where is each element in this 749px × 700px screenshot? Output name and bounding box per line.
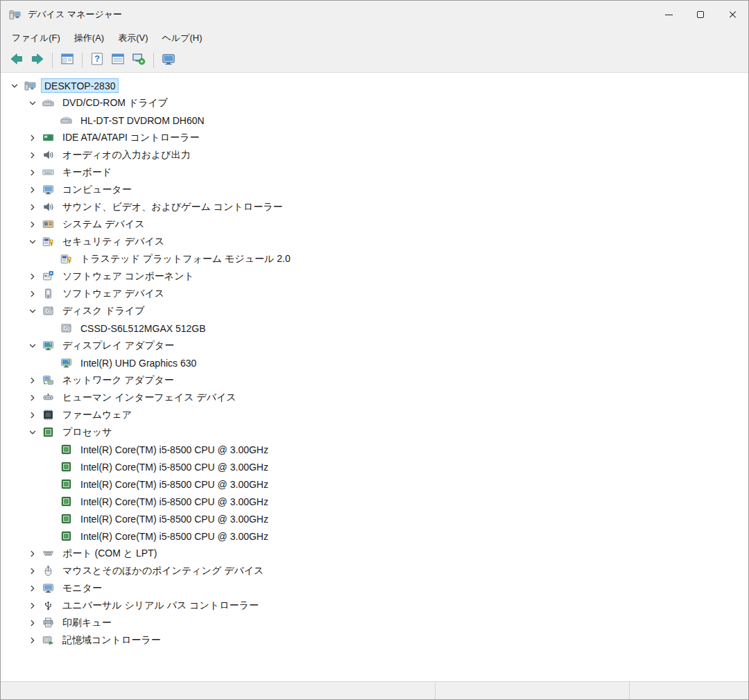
chevron-right-icon[interactable] bbox=[24, 285, 41, 302]
tree-item[interactable]: ディスク ドライブ bbox=[1, 302, 748, 320]
tree-item-label: オーディオの入力および出力 bbox=[59, 147, 194, 163]
display-adapter-icon bbox=[41, 340, 55, 352]
processor-icon bbox=[59, 530, 73, 543]
chevron-right-icon[interactable] bbox=[24, 545, 41, 562]
menu-file[interactable]: ファイル(F) bbox=[5, 29, 67, 47]
help-icon: ? bbox=[90, 52, 104, 69]
menu-view[interactable]: 表示(V) bbox=[111, 29, 155, 47]
chevron-down-icon[interactable] bbox=[24, 302, 41, 320]
storage-controller-icon bbox=[41, 634, 55, 647]
tree-item[interactable]: モニター bbox=[1, 579, 748, 597]
computer-icon bbox=[23, 80, 37, 92]
tree-item[interactable]: IDE ATA/ATAPI コントローラー bbox=[1, 129, 748, 146]
expander-spacer bbox=[42, 527, 59, 545]
tree-item[interactable]: Intel(R) Core(TM) i5-8500 CPU @ 3.00GHz bbox=[1, 458, 748, 475]
chevron-down-icon[interactable] bbox=[24, 94, 41, 112]
chevron-right-icon[interactable] bbox=[24, 614, 41, 631]
tree-item-label: ディスプレイ アダプター bbox=[59, 338, 178, 353]
tree-item-label: IDE ATA/ATAPI コントローラー bbox=[59, 130, 203, 146]
processor-icon bbox=[59, 444, 73, 456]
chevron-right-icon[interactable] bbox=[24, 562, 41, 579]
tree-item[interactable]: 記憶域コントローラー bbox=[1, 631, 748, 649]
tree-item[interactable]: DVD/CD-ROM ドライブ bbox=[1, 94, 748, 112]
minimize-button[interactable] bbox=[653, 1, 685, 28]
chevron-right-icon[interactable] bbox=[24, 198, 41, 216]
chevron-down-icon[interactable] bbox=[24, 233, 41, 250]
chevron-right-icon[interactable] bbox=[24, 164, 41, 181]
cd-drive-icon bbox=[59, 114, 73, 127]
toolbar-separator bbox=[82, 53, 83, 68]
chevron-right-icon[interactable] bbox=[24, 597, 41, 614]
tree-item[interactable]: ソフトウェア コンポーネント bbox=[1, 268, 748, 285]
remote-desktop-button[interactable] bbox=[158, 51, 179, 70]
system-device-icon bbox=[41, 218, 55, 231]
chevron-right-icon[interactable] bbox=[24, 371, 41, 389]
tree-item[interactable]: オーディオの入力および出力 bbox=[1, 146, 748, 164]
chevron-right-icon[interactable] bbox=[24, 129, 41, 146]
hid-icon bbox=[41, 392, 55, 404]
tree-item[interactable]: ネットワーク アダプター bbox=[1, 371, 748, 389]
tree-item[interactable]: トラステッド プラットフォーム モジュール 2.0 bbox=[1, 250, 748, 268]
close-button[interactable] bbox=[716, 1, 748, 28]
expander-spacer bbox=[42, 112, 59, 129]
menu-bar: ファイル(F)操作(A)表示(V)ヘルプ(H) bbox=[1, 28, 748, 48]
tree-item[interactable]: Intel(R) Core(TM) i5-8500 CPU @ 3.00GHz bbox=[1, 527, 748, 545]
scan-hardware-button[interactable] bbox=[128, 51, 149, 70]
tree-item[interactable]: Intel(R) UHD Graphics 630 bbox=[1, 354, 748, 371]
tree-item[interactable]: ヒューマン インターフェイス デバイス bbox=[1, 389, 748, 406]
tree-item[interactable]: ポート (COM と LPT) bbox=[1, 545, 748, 562]
tree-item[interactable]: プロセッサ bbox=[1, 423, 748, 441]
tree-item[interactable]: HL-DT-ST DVDROM DH60N bbox=[1, 112, 748, 129]
status-cell bbox=[1, 682, 436, 699]
tree-item[interactable]: ユニバーサル シリアル バス コントローラー bbox=[1, 597, 748, 614]
help-button[interactable]: ? bbox=[87, 51, 107, 70]
tree-item[interactable]: キーボード bbox=[1, 164, 748, 181]
tree-item[interactable]: Intel(R) Core(TM) i5-8500 CPU @ 3.00GHz bbox=[1, 475, 748, 493]
chevron-down-icon[interactable] bbox=[24, 423, 41, 441]
chevron-right-icon[interactable] bbox=[24, 406, 41, 423]
tree-item[interactable]: Intel(R) Core(TM) i5-8500 CPU @ 3.00GHz bbox=[1, 493, 748, 510]
tree-item[interactable]: セキュリティ デバイス bbox=[1, 233, 748, 250]
print-queue-icon bbox=[41, 617, 55, 629]
tree-item[interactable]: システム デバイス bbox=[1, 216, 748, 233]
tree-item[interactable]: ファームウェア bbox=[1, 406, 748, 423]
tree-item[interactable]: コンピューター bbox=[1, 181, 748, 198]
chevron-right-icon[interactable] bbox=[24, 146, 41, 164]
tree-item[interactable]: Intel(R) Core(TM) i5-8500 CPU @ 3.00GHz bbox=[1, 441, 748, 458]
sound-icon bbox=[41, 201, 55, 213]
processor-icon bbox=[59, 478, 73, 491]
tree-item[interactable]: ソフトウェア デバイス bbox=[1, 285, 748, 302]
maximize-button[interactable] bbox=[685, 1, 716, 28]
menu-help[interactable]: ヘルプ(H) bbox=[155, 29, 209, 47]
back-button[interactable] bbox=[6, 51, 27, 70]
tree-item-label: ヒューマン インターフェイス デバイス bbox=[59, 390, 240, 405]
expander-spacer bbox=[42, 510, 59, 527]
tree-item[interactable]: ディスプレイ アダプター bbox=[1, 337, 748, 354]
computer-monitor-icon bbox=[41, 184, 55, 196]
network-adapter-icon bbox=[41, 374, 55, 387]
tree-item[interactable]: 印刷キュー bbox=[1, 614, 748, 631]
tree-item[interactable]: DESKTOP-2830 bbox=[1, 77, 748, 94]
forward-button[interactable] bbox=[27, 51, 48, 70]
chevron-right-icon[interactable] bbox=[24, 389, 41, 406]
expander-spacer bbox=[42, 458, 59, 475]
menu-action[interactable]: 操作(A) bbox=[67, 29, 111, 47]
chevron-right-icon[interactable] bbox=[24, 579, 41, 597]
chevron-down-icon[interactable] bbox=[24, 337, 41, 354]
mouse-icon bbox=[41, 565, 55, 577]
tree-item[interactable]: CSSD-S6L512MGAX 512GB bbox=[1, 320, 748, 337]
disk-drive-icon bbox=[59, 322, 73, 335]
tree-item-label: 記憶域コントローラー bbox=[59, 632, 164, 648]
monitor-icon bbox=[41, 582, 55, 595]
chevron-right-icon[interactable] bbox=[24, 181, 41, 198]
chevron-right-icon[interactable] bbox=[24, 268, 41, 285]
chevron-down-icon[interactable] bbox=[6, 77, 23, 94]
tree-item[interactable]: マウスとそのほかのポインティング デバイス bbox=[1, 562, 748, 579]
chevron-right-icon[interactable] bbox=[24, 631, 41, 649]
properties-button[interactable] bbox=[107, 51, 128, 70]
console-tree-button[interactable] bbox=[57, 51, 78, 70]
toolbar: ? bbox=[1, 48, 748, 73]
tree-item[interactable]: サウンド、ビデオ、およびゲーム コントローラー bbox=[1, 198, 748, 216]
chevron-right-icon[interactable] bbox=[24, 216, 41, 233]
tree-item[interactable]: Intel(R) Core(TM) i5-8500 CPU @ 3.00GHz bbox=[1, 510, 748, 527]
